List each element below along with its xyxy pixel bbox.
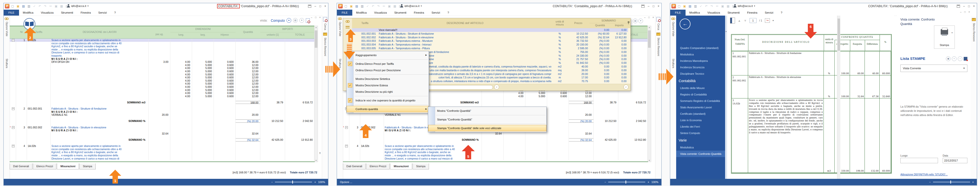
grid-line[interactable]: miste ... e eseguito a mano, su esplicit… [343, 154, 648, 157]
stampe-list-item[interactable]: Incidenza Manodopera [676, 58, 725, 64]
inner-close-button[interactable]: × [968, 11, 970, 13]
tab-storico-revisioni[interactable]: Storico Revisioni [657, 38, 660, 56]
row-expander[interactable] [343, 154, 349, 157]
tab-storico-revisioni[interactable]: Storico Revisioni [973, 23, 975, 41]
row-expander[interactable] [10, 132, 16, 135]
preview-scrollbar[interactable] [837, 16, 840, 179]
minimize-button[interactable]: – [648, 5, 649, 8]
redo-icon[interactable]: ↷ [377, 4, 380, 8]
stampe-list-item[interactable]: Sommario Registro di Contabilità [676, 98, 725, 104]
row-expander[interactable] [10, 67, 16, 70]
envelope-icon[interactable] [972, 18, 976, 21]
grid-line[interactable]: 32.64 32.64 [343, 132, 648, 135]
account-caret-icon[interactable]: ▾ [421, 5, 422, 7]
grid-line[interactable]: Kg/cm2, e fino a 80 Kg/cm2 asciutte o ba… [10, 151, 315, 154]
inner-minimize-button[interactable]: – [311, 16, 312, 19]
grid-line[interactable] [10, 135, 315, 138]
cut-icon[interactable]: ✂ [49, 4, 52, 8]
grid-line[interactable]: 4.00 5.000 0.600 12.00 [10, 92, 315, 95]
open-folder-icon[interactable]: ▣ [682, 4, 687, 8]
account-caret-icon[interactable]: ▾ [754, 5, 755, 7]
col-unitario[interactable]: unitario [1] [260, 33, 285, 36]
row-expander[interactable] [10, 151, 16, 154]
inner-restore-button[interactable]: □ [964, 11, 966, 13]
menu-item[interactable]: FILE [337, 10, 352, 16]
grid-line[interactable]: 4.00 5.000 0.600 12.00 [10, 76, 315, 79]
grid-line[interactable]: VERBALE N1 20.00 20.00 [10, 113, 315, 116]
paste-icon[interactable]: ▦ [60, 4, 64, 8]
grid-line[interactable] [10, 104, 315, 107]
context-menu-item[interactable]: Ordina Elenco Prezzi per Tariffa [347, 60, 429, 67]
spellcheck-icon[interactable]: ✓ [32, 4, 37, 8]
cut-icon[interactable]: ✂ [382, 4, 386, 8]
row-expander[interactable] [10, 45, 16, 48]
undo-icon[interactable]: ↶ [38, 4, 42, 8]
context-menu-item[interactable]: Confronto quantità ▶ [347, 106, 429, 112]
open-folder-icon[interactable]: ▣ [349, 4, 353, 8]
row-expander[interactable] [10, 73, 16, 76]
search-document-icon[interactable] [656, 17, 660, 22]
row-expander[interactable] [10, 138, 16, 141]
price-row[interactable]: Voce riservata!!! 0.00 0.00 [352, 28, 628, 32]
data-input[interactable]: 22/12/2017 [943, 158, 967, 163]
price-row[interactable]: 001.003.005 Fabbricato A - Tamponatura e… [352, 46, 628, 50]
view-options-icon[interactable] [671, 17, 675, 20]
submenu-item[interactable]: Stampa "Confronto Quantità" [428, 116, 546, 123]
inner-restore-button[interactable]: □ [648, 16, 650, 19]
context-menu-item[interactable]: Ordina Elenco Prezzi per Descrizione [347, 67, 429, 73]
zoom-control[interactable]: −+ 100% [271, 181, 325, 183]
grid-line[interactable]: MISURAZIONI: [10, 57, 315, 60]
stampe-list-item[interactable]: Vista corrente: Confronto Quantità [676, 151, 725, 157]
grid-line[interactable]: Direzione Lavori, e compreso il carico a… [343, 157, 648, 160]
row-expander[interactable] [10, 148, 16, 151]
row-expander[interactable] [10, 129, 16, 132]
grid-line[interactable]: 4 1A.02b Scavo a sezione aperta per sban… [343, 145, 648, 148]
price-row[interactable]: 001.002.001 Fabbricato A - Struttura - S… [352, 32, 628, 36]
pin-icon[interactable] [628, 21, 630, 23]
col-totale[interactable]: TOTALE [285, 33, 315, 36]
menu-item[interactable]: Strumenti [391, 10, 410, 16]
grid-line[interactable]: rocce compatte con resistenza allo schia… [343, 148, 648, 151]
cut-icon[interactable]: ✂ [715, 4, 719, 8]
redo-icon[interactable]: ↷ [710, 4, 714, 8]
stampe-list-item[interactable]: Stato Avanzamento Lavori [676, 104, 725, 111]
submenu-item[interactable]: Mostra "Confronto Quantità" [428, 108, 546, 114]
stampe-list-item[interactable]: Modulistica [676, 51, 725, 58]
col-importo[interactable]: Importo [611, 24, 628, 27]
stampe-list-item[interactable]: Contabilità [676, 77, 725, 85]
price-row[interactable]: 001.003.003 Fabbricato A - Tamponatura e… [352, 39, 628, 43]
remove-icon[interactable]: − [958, 56, 963, 61]
table-view-icon[interactable]: ▤ [293, 18, 298, 23]
view-options-icon[interactable] [345, 20, 350, 22]
row-expander[interactable] [10, 101, 16, 104]
inner-minimize-button[interactable]: – [960, 11, 962, 13]
menu-item[interactable]: Servizi [761, 10, 777, 16]
copy-icon[interactable]: ▣ [721, 4, 725, 8]
row-expander[interactable] [10, 42, 16, 45]
stampe-list-item[interactable]: Modulistica [676, 144, 725, 151]
row-expander[interactable] [10, 76, 16, 79]
row-expander[interactable] [343, 148, 349, 151]
tab-struttura[interactable]: Struttura [5, 59, 8, 68]
document-tab[interactable]: Dati Generali [343, 164, 366, 169]
grid-line[interactable]: trasporto. [10, 54, 315, 57]
grid-line[interactable]: 2 001.002.001 Fabbricato A - Struttura -… [10, 107, 315, 110]
menu-item[interactable]: Visualizza [37, 10, 57, 16]
row-expander[interactable] [10, 141, 16, 145]
row-expander[interactable] [343, 138, 349, 141]
row-expander[interactable] [10, 113, 16, 116]
col-quantita[interactable]: Quantità [589, 24, 611, 27]
grid-scrollbar[interactable]: ▲▼ [314, 26, 318, 162]
duplicate-icon[interactable]: ▣ [946, 56, 951, 61]
search-icon[interactable]: ⌕ [494, 84, 499, 89]
row-expander[interactable] [10, 70, 16, 73]
menu-item[interactable]: Servizi [428, 10, 444, 16]
print-icon[interactable]: ▥ [27, 4, 31, 8]
row-expander[interactable] [10, 64, 16, 67]
close-button[interactable]: × [325, 5, 326, 8]
zoom-control[interactable]: −+ 100% [605, 181, 659, 183]
grid-line[interactable]: 4 1A.02b Scavo a sezione aperta per sban… [10, 145, 315, 148]
account-email[interactable]: info@acca.it [71, 5, 86, 8]
row-expander[interactable] [10, 85, 16, 89]
menu-item[interactable]: FILE [670, 10, 686, 16]
